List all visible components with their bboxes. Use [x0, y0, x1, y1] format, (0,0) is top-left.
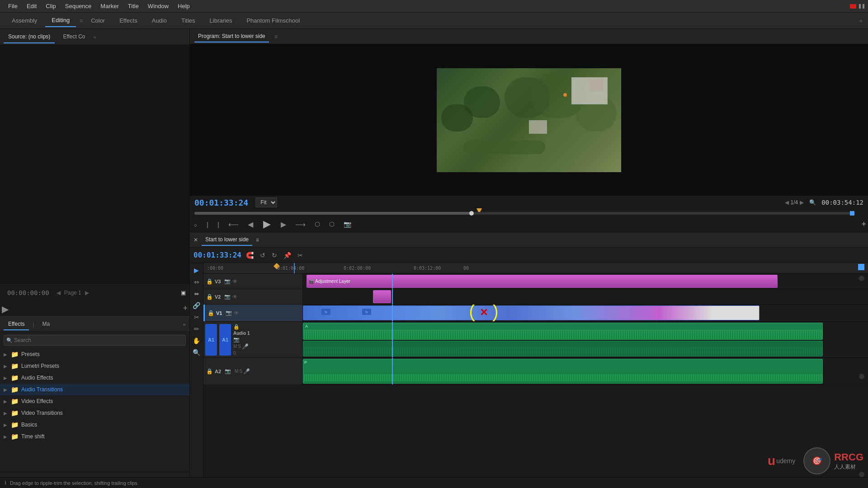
effects-item-audio-effects[interactable]: ▶ 📁 Audio Effects: [0, 372, 189, 384]
menu-file[interactable]: File: [4, 1, 22, 11]
timeline-menu[interactable]: ≡: [256, 237, 259, 243]
ws-tab-effects[interactable]: Effects: [113, 14, 144, 27]
source-prev-btn[interactable]: ◀: [57, 290, 61, 296]
tl-razor-tool[interactable]: ✂: [191, 312, 202, 323]
a2-solo-btn[interactable]: S: [239, 369, 242, 374]
a2-mic-btn[interactable]: 🎤: [243, 368, 250, 375]
play-btn[interactable]: ▶: [260, 217, 274, 231]
v1-lock-btn[interactable]: 🔒: [208, 310, 214, 316]
a2-lock-btn[interactable]: 🔒: [206, 368, 213, 375]
clip-adjustment-layer[interactable]: 🎬 Adjustment Layer: [307, 275, 778, 288]
source-next-btn[interactable]: ▶: [85, 290, 89, 296]
effects-expand[interactable]: »: [183, 321, 186, 328]
tl-snap-btn[interactable]: 🧲: [244, 251, 255, 260]
program-tab-monitor[interactable]: Program: Start to lower side: [194, 31, 269, 42]
prev-page-btn[interactable]: ◀: [785, 199, 789, 206]
a1-solo-btn[interactable]: S: [238, 344, 241, 349]
tl-hand-tool[interactable]: ✋: [191, 335, 202, 346]
lift-btn[interactable]: ⬡: [313, 220, 322, 229]
tl-link-tool[interactable]: 🔗: [191, 300, 202, 311]
mark-in-btn[interactable]: ⬦: [192, 220, 199, 229]
mark-clip-btn[interactable]: |: [216, 220, 221, 229]
fit-dropdown[interactable]: Fit: [255, 197, 277, 207]
source-expand[interactable]: »: [94, 34, 96, 40]
clip-v1-multi[interactable]: fx fx: [303, 305, 760, 320]
program-progress-bar[interactable]: [194, 212, 854, 215]
effects-item-basics[interactable]: ▶ 📁 Basics: [0, 419, 189, 431]
menu-marker[interactable]: Marker: [96, 1, 123, 11]
a2-source-btn[interactable]: 📷: [225, 368, 231, 374]
clip-v2[interactable]: [373, 290, 391, 303]
extract-btn[interactable]: ⬡: [327, 220, 336, 229]
menu-window[interactable]: Window: [143, 1, 173, 11]
ws-tab-phantom[interactable]: Phantom Filmschool: [240, 14, 306, 27]
a1-mic-btn[interactable]: 🎤: [242, 343, 249, 350]
source-tab-monitor[interactable]: Source: (no clips): [4, 31, 55, 43]
v3-source-btn[interactable]: 📷: [224, 278, 231, 284]
step-back-btn[interactable]: ◀: [246, 219, 255, 230]
effects-item-presets[interactable]: ▶ 📁 Presets: [0, 348, 189, 360]
source-play-btn[interactable]: ▶: [2, 304, 9, 314]
v1-eye-btn[interactable]: 👁: [234, 310, 239, 316]
tl-zoom-tool[interactable]: 🔍: [191, 347, 202, 358]
tl-pin-btn[interactable]: 📌: [282, 251, 293, 260]
export-frame-btn[interactable]: 📷: [342, 220, 353, 229]
go-in-btn[interactable]: ⟵: [226, 219, 241, 230]
a1-source-btn[interactable]: 📷: [233, 337, 301, 343]
effects-item-video-effects[interactable]: ▶ 📁 Video Effects: [0, 395, 189, 407]
menu-clip[interactable]: Clip: [41, 1, 60, 11]
effects-tab-markers[interactable]: Ma: [38, 319, 55, 330]
step-fwd-btn[interactable]: ▶: [279, 219, 288, 230]
a1-mute-btn[interactable]: M: [233, 344, 237, 349]
tl-ripple-tool[interactable]: ⇔: [191, 277, 202, 287]
a1-source-indicator[interactable]: A1: [219, 324, 231, 356]
clip-a1-bottom[interactable]: [303, 341, 823, 357]
tl-slip-tool[interactable]: ⬌: [191, 288, 202, 299]
ws-tab-assembly[interactable]: Assembly: [5, 14, 43, 27]
a1-target-indicator[interactable]: A1: [205, 324, 217, 356]
source-add-btn[interactable]: +: [183, 304, 188, 314]
effects-item-video-transitions[interactable]: ▶ 📁 Video Transitions: [0, 407, 189, 419]
v3-eye-btn[interactable]: 👁: [232, 278, 238, 285]
v1-source-btn[interactable]: 📷: [226, 310, 232, 316]
a1-lock-btn[interactable]: 🔒: [233, 324, 301, 330]
v2-lock-btn[interactable]: 🔒: [206, 294, 213, 300]
go-out-btn[interactable]: ⟶: [293, 219, 307, 230]
timeline-tab[interactable]: Start to lower side: [202, 234, 252, 246]
v3-lock-btn[interactable]: 🔒: [206, 278, 213, 285]
editing-menu-icon[interactable]: ≡: [80, 18, 83, 24]
program-menu-icon[interactable]: ≡: [274, 33, 278, 40]
ws-tab-editing[interactable]: Editing: [45, 14, 76, 27]
source-tab-effect[interactable]: Effect Co: [58, 31, 90, 43]
effects-tab-effects[interactable]: Effects: [4, 319, 29, 330]
progress-handle[interactable]: [469, 211, 474, 216]
v2-eye-btn[interactable]: 👁: [232, 294, 238, 300]
ws-tab-titles[interactable]: Titles: [175, 14, 202, 27]
timeline-close-btn[interactable]: ✕: [193, 237, 198, 243]
tl-undo-btn[interactable]: ↺: [258, 251, 267, 260]
tl-select-tool[interactable]: ▶: [191, 265, 202, 276]
time-ruler[interactable]: :00:00 0:01:04:00 0:02:08:00 0:03:12:00 …: [203, 263, 868, 274]
tl-pen-tool[interactable]: ✏: [191, 324, 202, 334]
v2-source-btn[interactable]: 📷: [224, 294, 231, 300]
add-marker-btn[interactable]: +: [861, 220, 866, 229]
clip-a1[interactable]: A: [303, 323, 823, 340]
mark-out-btn[interactable]: |: [205, 220, 210, 229]
tl-razor-btn[interactable]: ✂: [296, 251, 305, 260]
ws-tab-libraries[interactable]: Libraries: [203, 14, 239, 27]
a2-mute-btn[interactable]: M: [235, 369, 238, 374]
ws-tab-color[interactable]: Color: [85, 14, 111, 27]
effects-item-timeshift[interactable]: ▶ 📁 Time shift: [0, 431, 189, 442]
menu-title[interactable]: Title: [123, 1, 143, 11]
effects-search-input[interactable]: [4, 335, 186, 346]
next-page-btn[interactable]: ▶: [800, 199, 804, 206]
menu-sequence[interactable]: Sequence: [61, 1, 96, 11]
menu-edit[interactable]: Edit: [22, 1, 41, 11]
ws-tab-audio[interactable]: Audio: [146, 14, 173, 27]
effects-item-lumetri[interactable]: ▶ 📁 Lumetri Presets: [0, 360, 189, 372]
clip-a2[interactable]: P: [303, 359, 823, 384]
tl-redo-btn[interactable]: ↻: [270, 251, 279, 260]
menu-help[interactable]: Help: [173, 1, 194, 11]
effects-item-audio-transitions[interactable]: ▶ 📁 Audio Transitions: [0, 384, 189, 395]
source-add-marker[interactable]: ▣: [181, 290, 186, 296]
